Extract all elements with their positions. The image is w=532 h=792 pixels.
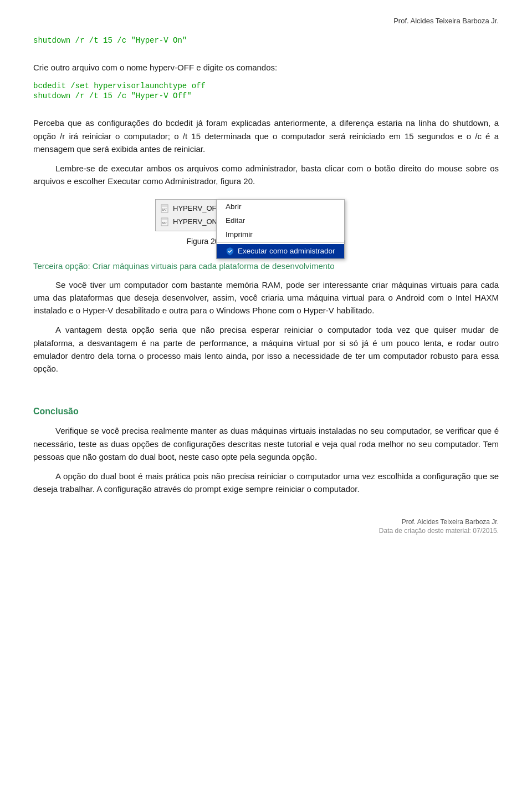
code-line-2-2: shutdown /r /t 15 /c "Hyper-V Off" <box>33 92 192 100</box>
context-menu: Abrir Editar Imprimir Executa <box>216 199 345 259</box>
file-icon-off: BAT <box>160 204 170 214</box>
paragraph-1: Perceba que as configurações do bcdedit … <box>33 116 499 155</box>
page-footer: Prof. Alcides Teixeira Barboza Jr. Data … <box>33 518 499 535</box>
menu-item-imprimir[interactable]: Imprimir <box>217 227 344 241</box>
code-block-2: bcdedit /set hypervisorlaunchtype off sh… <box>33 80 499 100</box>
section-heading: Terceira opção: Criar máquinas virtuais … <box>33 261 499 271</box>
menu-item-executar-admin[interactable]: Executar como administrador <box>217 244 344 258</box>
conclusao-paragraph-2: A opção do dual boot é mais prática pois… <box>33 470 499 496</box>
svg-rect-4 <box>162 219 167 220</box>
menu-item-abrir[interactable]: Abrir <box>217 200 344 214</box>
header-author: Prof. Alcides Teixeira Barboza Jr. <box>393 17 499 25</box>
svg-rect-1 <box>162 205 167 207</box>
intro-paragraph: Crie outro arquivo com o nome hyperv-OFF… <box>33 61 499 74</box>
figure-20: BAT HYPERV_OFF.b BAT HYPERV_ON.ba <box>33 199 499 246</box>
svg-text:BAT: BAT <box>162 221 167 225</box>
svg-text:BAT: BAT <box>162 208 167 211</box>
footer-author: Prof. Alcides Teixeira Barboza Jr. <box>33 518 499 526</box>
menu-item-editar[interactable]: Editar <box>217 214 344 227</box>
paragraph-2: Lembre-se de executar ambos os arquivos … <box>33 162 499 188</box>
section-paragraph-1: Se você tiver um computador com bastante… <box>33 278 499 317</box>
conclusao-heading: Conclusão <box>33 407 499 417</box>
code-block-1: shutdown /r /t 15 /c "Hyper-V On" <box>33 35 499 45</box>
context-menu-area: BAT HYPERV_OFF.b BAT HYPERV_ON.ba <box>155 199 377 231</box>
conclusao-paragraph-1: Verifique se você precisa realmente mant… <box>33 424 499 463</box>
menu-separator <box>217 242 344 243</box>
footer-date: Data de criação deste material: 07/2015. <box>33 527 499 535</box>
code-line-1: shutdown /r /t 15 /c "Hyper-V On" <box>33 36 187 45</box>
code-line-2-1: bcdedit /set hypervisorlaunchtype off <box>33 82 206 90</box>
shield-icon <box>226 247 234 256</box>
page-header: Prof. Alcides Teixeira Barboza Jr. <box>33 17 499 25</box>
file-icon-on: BAT <box>160 217 170 227</box>
section-paragraph-2: A vantagem desta opção seria que não pre… <box>33 323 499 375</box>
